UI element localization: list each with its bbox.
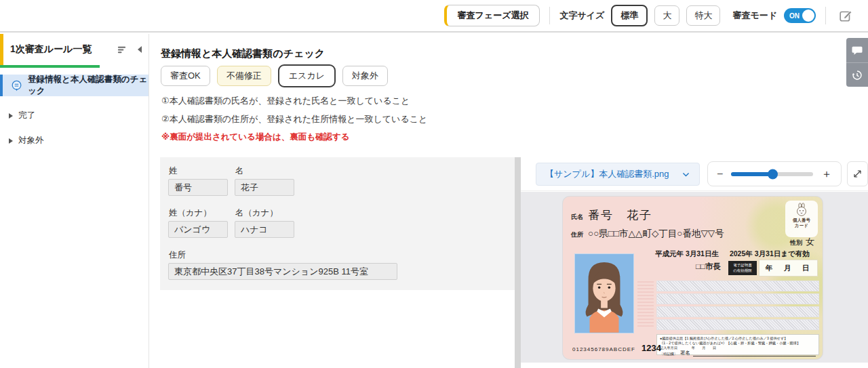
- font-size-large-button[interactable]: 大: [654, 5, 679, 26]
- toggle-state-text: ON: [789, 12, 800, 20]
- security-pattern: [637, 281, 654, 327]
- organ-donation-box: ●臓器提供意思【1 脳死後及び心停止した後／2 心停止した後のみ／3 提供せず】…: [656, 334, 819, 355]
- divider: [825, 7, 826, 24]
- organ-line4: 〔特記欄〕: [660, 352, 677, 356]
- edit-button[interactable]: [835, 5, 856, 26]
- review-mode-label: 審査モード: [732, 9, 777, 22]
- registration-form-panel: 姓 名 姓（カナ） 名（カナ） 住所: [160, 157, 515, 290]
- file-name: 【サンプル】本人確認書類.png: [545, 168, 669, 180]
- id-card: 氏名 番号 花子 住所 ○○県□□市△△町◇丁目○番地▽▽号: [563, 197, 823, 359]
- pin-number: 1234: [642, 343, 661, 353]
- defect-fix-button[interactable]: 不備修正: [217, 66, 271, 86]
- app-window: 審査フェーズ選択 文字サイズ 標準 大 特大 審査モード ON 1次審査ルール一…: [0, 0, 868, 368]
- sidebar-header: 1次審査ルール一覧: [0, 34, 149, 65]
- sidebar-item-label: 登録情報と本人確認書類のチェック: [28, 74, 149, 97]
- sidebar-group-label: 完了: [18, 110, 35, 121]
- portrait-photo: [574, 253, 634, 333]
- fullscreen-button[interactable]: [847, 161, 868, 186]
- card-number-row: 0123456789ABCDEF 1234: [572, 343, 661, 353]
- cert-badge-line2: の有効期限: [728, 268, 757, 273]
- cert-badge-line1: 電子証明書: [728, 262, 757, 268]
- comment-icon: [11, 80, 22, 91]
- zoom-slider-fill: [731, 172, 772, 176]
- history-icon: [851, 69, 863, 81]
- zoom-in-button[interactable]: ＋: [821, 169, 832, 180]
- cert-date-box: 年 月 日: [759, 260, 818, 277]
- font-size-xlarge-button[interactable]: 特大: [686, 5, 720, 26]
- instruction-2: ②本人確認書類の住所が、登録された住所情報と一致していること: [161, 113, 427, 125]
- card-name-value: 番号 花子: [588, 207, 652, 223]
- card-name-label: 氏名: [571, 213, 583, 222]
- correction-area: [656, 281, 819, 333]
- viewer-canvas: 氏名 番号 花子 住所 ○○県□□市△△町◇丁目○番地▽▽号: [521, 192, 868, 363]
- issuer: □□市長: [696, 262, 721, 272]
- cert-expiry-badge: 電子証明書 の有効期限: [728, 261, 757, 275]
- badge-line1: 個人番号: [793, 218, 810, 223]
- edit-icon: [838, 8, 853, 23]
- instruction-1: ①本人確認書類の氏名が、登録された氏名と一致していること: [161, 95, 410, 107]
- review-mode-toggle[interactable]: ON: [784, 8, 816, 23]
- chevron-down-icon: [682, 170, 690, 179]
- gender-value: 女: [806, 236, 814, 248]
- active-rule-indicator: [0, 65, 100, 68]
- sidebar-group-label: 対象外: [18, 135, 44, 146]
- sidebar-title: 1次審査ルール一覧: [10, 43, 92, 56]
- exclude-button[interactable]: 対象外: [342, 66, 388, 86]
- font-size-label: 文字サイズ: [559, 9, 604, 22]
- side-tool-stack: [846, 38, 868, 87]
- sidebar-group-done[interactable]: 完了: [9, 110, 149, 121]
- top-bar: 審査フェーズ選択 文字サイズ 標準 大 特大 審査モード ON: [0, 0, 868, 33]
- last-name-kana-label: 姓（カナ）: [169, 207, 212, 219]
- card-dates: 平成元年 3月31日生 2025年 3月31日まで有効: [655, 249, 810, 259]
- escalate-button[interactable]: エスカレ: [278, 64, 336, 87]
- sidebar-group-excluded[interactable]: 対象外: [9, 135, 149, 146]
- organ-line1: ●臓器提供意思【1 脳死後及び心停止した後／2 心停止した後のみ／3 提供せず】: [660, 336, 816, 341]
- first-name-kana-label: 名（カナ）: [235, 207, 278, 219]
- sort-icon[interactable]: [117, 45, 127, 55]
- sidebar: 1次審査ルール一覧: [0, 34, 149, 368]
- zoom-slider[interactable]: [731, 172, 813, 176]
- organ-line3: 記入年月日 年 月 日: [660, 346, 816, 350]
- toggle-knob: [802, 9, 814, 22]
- chevron-right-icon: [9, 138, 13, 144]
- review-ok-button[interactable]: 審査OK: [161, 66, 210, 86]
- card-gender: 性別 女: [790, 236, 814, 248]
- last-name-kana-field[interactable]: [168, 221, 228, 238]
- comments-button[interactable]: [846, 38, 868, 62]
- address-label: 住所: [169, 249, 186, 261]
- review-phase-select-button[interactable]: 審査フェーズ選択: [444, 5, 540, 26]
- signature-label: 署名: [680, 350, 690, 356]
- viewer-toolbar: 【サンプル】本人確認書類.png − ＋: [521, 157, 868, 191]
- sidebar-item-selected-rule[interactable]: 登録情報と本人確認書類のチェック: [0, 75, 149, 96]
- signature-line: [693, 352, 816, 356]
- divider: [549, 7, 550, 24]
- mynumber-card-badge: 個人番号 カード: [785, 201, 818, 237]
- badge-line2: カード: [795, 223, 808, 228]
- review-action-row: 審査OK 不備修正 エスカレ 対象外: [161, 64, 388, 87]
- birth-date: 平成元年 3月31日生: [655, 249, 719, 259]
- address-field[interactable]: [168, 263, 397, 280]
- last-name-field[interactable]: [168, 179, 228, 196]
- zoom-control: − ＋: [707, 161, 842, 186]
- first-name-kana-field[interactable]: [235, 221, 294, 238]
- expand-icon: [852, 169, 863, 179]
- gender-label: 性別: [790, 239, 802, 247]
- card-address-label: 住所: [571, 230, 583, 239]
- rabbit-mascot-icon: [794, 203, 809, 218]
- font-size-standard-button[interactable]: 標準: [611, 5, 648, 26]
- backside-warning: ※裏面が提出されている場合は、裏面も確認する: [161, 131, 350, 143]
- first-name-field[interactable]: [235, 179, 294, 196]
- zoom-out-button[interactable]: −: [717, 169, 723, 180]
- organ-line2: 《1・2で提供したくない臓器があれば×》【心臓・肺・肝臓・腎臓・膵臓・小腸・眼球…: [660, 341, 816, 346]
- first-name-label: 名: [235, 165, 244, 177]
- chevron-right-icon: [9, 113, 13, 119]
- last-name-label: 姓: [169, 165, 178, 177]
- document-viewer: 【サンプル】本人確認書類.png − ＋: [521, 157, 868, 368]
- zoom-slider-knob[interactable]: [768, 169, 778, 179]
- sidebar-collapse-icon[interactable]: [138, 46, 142, 53]
- card-number: 0123456789ABCDEF: [572, 346, 635, 352]
- card-address-value: ○○県□□市△△町◇丁目○番地▽▽号: [588, 228, 724, 240]
- panel-divider: [515, 157, 521, 368]
- history-button[interactable]: [846, 62, 868, 87]
- file-select-dropdown[interactable]: 【サンプル】本人確認書類.png: [536, 163, 700, 186]
